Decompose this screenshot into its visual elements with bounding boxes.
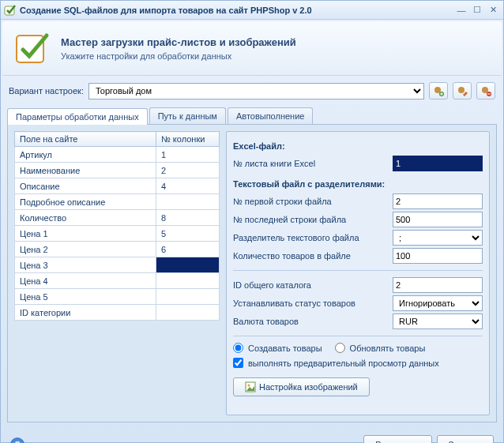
field-cell[interactable]: Цена 5: [15, 289, 156, 305]
table-row[interactable]: Цена 5: [15, 289, 220, 305]
variant-row: Вариант настроек: Торговый дом: [1, 77, 503, 104]
table-row[interactable]: Количество8: [15, 210, 220, 226]
currency-label: Валюта товаров: [233, 317, 393, 326]
right-panel: Excel-файл: № листа книги Excel Текстовы…: [226, 131, 490, 415]
status-select[interactable]: Игнорировать: [393, 295, 483, 311]
column-cell[interactable]: [156, 305, 220, 321]
table-row[interactable]: Цена 26: [15, 242, 220, 257]
tab-strip: Параметры обработки данных Путь к данным…: [1, 107, 503, 124]
excel-sheet-label: № листа книги Excel: [233, 159, 393, 168]
excel-sheet-input[interactable]: [393, 156, 483, 171]
left-panel: Поле на сайте № колонки Артикул1Наименов…: [14, 131, 220, 415]
image-icon: [245, 381, 256, 392]
field-mapping-table[interactable]: Поле на сайте № колонки Артикул1Наименов…: [14, 131, 220, 321]
currency-select[interactable]: RUR: [393, 313, 483, 329]
tab-content: Поле на сайте № колонки Артикул1Наименов…: [7, 124, 497, 422]
table-row[interactable]: Цена 15: [15, 226, 220, 242]
table-row[interactable]: ID категории: [15, 305, 220, 321]
create-label: Создавать товары: [248, 344, 322, 353]
edit-variant-button[interactable]: [453, 82, 472, 99]
last-row-label: № последней строки файла: [233, 215, 393, 224]
variant-select[interactable]: Торговый дом: [88, 83, 424, 99]
header-subtitle: Укажите настройки для обработки данных: [61, 51, 296, 61]
table-row[interactable]: Цена 3: [15, 257, 220, 273]
field-cell[interactable]: Артикул: [15, 147, 156, 163]
app-window: Создание SQL-файлов для импорта товаров …: [0, 0, 504, 443]
field-cell[interactable]: ID категории: [15, 305, 156, 321]
column-cell[interactable]: 5: [156, 226, 220, 242]
app-icon: [4, 4, 17, 17]
column-cell[interactable]: 6: [156, 242, 220, 257]
svg-point-2: [434, 87, 441, 93]
column-cell[interactable]: [156, 273, 220, 289]
field-cell[interactable]: Цена 2: [15, 242, 156, 257]
image-settings-button[interactable]: Настройка изображений: [233, 377, 370, 396]
catalog-id-input[interactable]: [393, 277, 483, 293]
svg-point-4: [458, 87, 465, 93]
field-cell[interactable]: Цена 3: [15, 257, 156, 273]
tab-params[interactable]: Параметры обработки данных: [7, 108, 148, 125]
table-row[interactable]: Наименование2: [15, 163, 220, 178]
close-button[interactable]: ✕: [486, 4, 500, 17]
gear-edit-icon: [457, 85, 468, 96]
footer: ? Выполнить Закрыть: [1, 429, 503, 443]
excel-section-title: Excel-файл:: [233, 141, 483, 151]
delimiter-select[interactable]: ;: [393, 230, 483, 246]
status-label: Устанавливать статус товаров: [233, 298, 393, 308]
column-cell[interactable]: [156, 194, 220, 210]
close-dialog-button[interactable]: Закрыть: [437, 435, 494, 443]
column-cell[interactable]: [156, 289, 220, 305]
preview-checkbox[interactable]: [233, 358, 243, 368]
preview-label: выполнять предварительный просмотр данны…: [248, 359, 439, 368]
delimiter-label: Разделитель текстового файла: [233, 233, 393, 242]
col-header-num[interactable]: № колонки: [156, 132, 220, 147]
gear-plus-icon: [433, 85, 444, 96]
wizard-icon: [13, 29, 51, 67]
table-row[interactable]: Подробное описание: [15, 194, 220, 210]
add-variant-button[interactable]: [429, 82, 448, 99]
update-label: Обновлять товары: [350, 344, 426, 353]
window-title: Создание SQL-файлов для импорта товаров …: [20, 6, 453, 15]
table-row[interactable]: Описание4: [15, 178, 220, 194]
wizard-header: Мастер загрузки прайс-листов и изображен…: [2, 21, 502, 76]
svg-point-8: [248, 385, 250, 387]
col-header-field[interactable]: Поле на сайте: [15, 132, 156, 147]
first-row-input[interactable]: [393, 193, 483, 209]
table-row[interactable]: Цена 4: [15, 273, 220, 289]
run-button[interactable]: Выполнить: [363, 435, 431, 443]
field-cell[interactable]: Наименование: [15, 163, 156, 178]
maximize-button[interactable]: ☐: [470, 4, 484, 17]
gear-delete-icon: [480, 85, 491, 96]
first-row-label: № первой строки файла: [233, 197, 393, 206]
svg-rect-1: [17, 36, 43, 62]
column-cell[interactable]: 4: [156, 178, 220, 194]
field-cell[interactable]: Описание: [15, 178, 156, 194]
column-cell[interactable]: 2: [156, 163, 220, 178]
column-cell[interactable]: 8: [156, 210, 220, 226]
field-cell[interactable]: Цена 4: [15, 273, 156, 289]
svg-point-5: [482, 87, 488, 93]
delete-variant-button[interactable]: [476, 82, 495, 99]
last-row-input[interactable]: [393, 212, 483, 227]
count-label: Количество товаров в файле: [233, 251, 393, 261]
variant-label: Вариант настроек:: [9, 86, 84, 96]
column-cell[interactable]: 1: [156, 147, 220, 163]
title-bar: Создание SQL-файлов для импорта товаров …: [1, 1, 503, 20]
column-cell[interactable]: [156, 257, 220, 273]
tab-auto[interactable]: Автовыполнение: [228, 107, 314, 124]
help-button[interactable]: ?: [10, 437, 24, 443]
textfile-section-title: Текстовый файл с разделителями:: [233, 179, 483, 189]
field-cell[interactable]: Подробное описание: [15, 194, 156, 210]
create-radio[interactable]: [233, 343, 243, 353]
tab-path[interactable]: Путь к данным: [149, 107, 226, 124]
field-cell[interactable]: Количество: [15, 210, 156, 226]
table-row[interactable]: Артикул1: [15, 147, 220, 163]
update-radio[interactable]: [335, 343, 345, 353]
field-cell[interactable]: Цена 1: [15, 226, 156, 242]
count-input[interactable]: [393, 248, 483, 264]
header-title: Мастер загрузки прайс-листов и изображен…: [61, 36, 296, 48]
minimize-button[interactable]: —: [454, 4, 468, 17]
catalog-id-label: ID общего каталога: [233, 280, 393, 290]
